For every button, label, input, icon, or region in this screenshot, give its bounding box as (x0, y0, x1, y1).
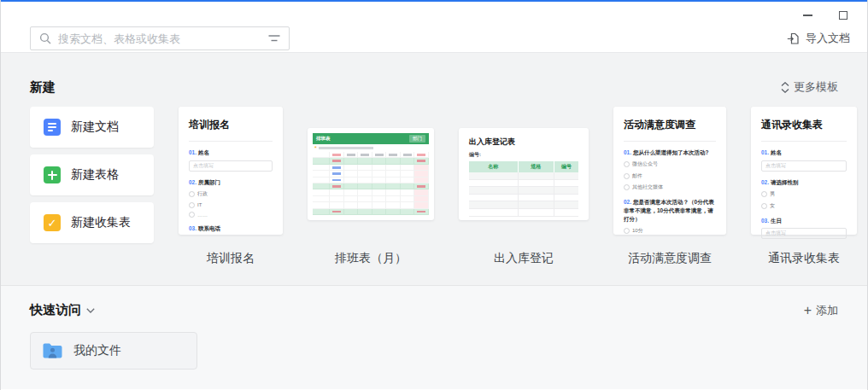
new-section-title: 新建 (30, 79, 56, 96)
maximize-button[interactable] (831, 7, 855, 24)
import-doc-button[interactable]: 导入文档 (787, 31, 850, 46)
preview-title: 通讯录收集表 (761, 118, 847, 132)
new-doc-label: 新建文档 (71, 119, 119, 135)
app-window: 导入文档 新建 更多模板 新建文档 (0, 0, 868, 390)
question-label: 01.您从什么渠道得知了本次活动? (624, 148, 716, 157)
my-files-label: 我的文件 (73, 343, 121, 358)
template-card-inventory-register[interactable]: 出入库登记表 编号: 名称 规格 编号 (459, 128, 589, 220)
template-caption: 排班表（月） (335, 251, 407, 266)
new-sheet-button[interactable]: 新建表格 (30, 154, 154, 195)
radio-option: 10分 (624, 227, 716, 235)
template-caption: 出入库登记 (494, 251, 554, 266)
field-label: 02.请选择性别 (761, 178, 847, 187)
quick-access-section: 快速访问 + 添加 我的文件 (1, 285, 867, 389)
new-form-button[interactable]: ✓ 新建收集表 (30, 202, 154, 243)
template-inventory-register: 出入库登记表 编号: 名称 规格 编号 出入库登记 (459, 107, 589, 266)
new-form-label: 新建收集表 (71, 215, 131, 230)
schedule-grid (313, 152, 429, 215)
new-section: 新建 更多模板 新建文档 新建表格 (1, 53, 867, 285)
minimize-icon (803, 15, 812, 16)
minimize-button[interactable] (795, 7, 819, 24)
template-monthly-schedule: 排班表 部门 * 排班表（月） (308, 107, 434, 266)
add-label: 添加 (816, 303, 838, 318)
preview-title: 出入库登记表 (469, 137, 578, 148)
radio-option: 男 (761, 190, 847, 198)
preview-title: 活动满意度调查 (624, 118, 716, 132)
form-check-icon: ✓ (44, 214, 61, 231)
quick-access-toggle[interactable]: 快速访问 (30, 302, 95, 318)
doc-icon (44, 119, 61, 136)
column-header: 编号 (554, 161, 578, 172)
radio-option: 微信公众号 (624, 160, 716, 168)
my-files-card[interactable]: 我的文件 (30, 332, 197, 370)
new-doc-button[interactable]: 新建文档 (30, 107, 154, 148)
sheet-dept-label: 部门 (409, 135, 425, 143)
templates-row: 新建文档 新建表格 ✓ 新建收集表 培训报名 01.姓名 点击填写 (30, 107, 838, 266)
more-templates-label: 更多模板 (794, 79, 838, 95)
search-icon (39, 32, 51, 44)
template-contact-collection: 通讯录收集表 01.姓名 点击填写 02.请选择性别 男 女 03.生日 点击填… (751, 107, 857, 266)
radio-option: 其他社交媒体 (624, 183, 716, 191)
radio-option: IT (189, 202, 273, 208)
column-header: 名称 (469, 161, 519, 172)
radio-option: 行政 (189, 190, 273, 198)
header-bar: 导入文档 (1, 2, 867, 53)
field-label: 01.姓名 (189, 148, 273, 157)
field-label: 01.姓名 (761, 148, 847, 157)
add-button[interactable]: + 添加 (804, 303, 838, 318)
mini-input: 点击填写 (189, 160, 273, 172)
table-row (469, 172, 578, 180)
sort-arrows-icon (781, 82, 789, 93)
template-caption: 活动满意度调查 (628, 251, 712, 266)
maximize-icon (839, 11, 847, 20)
template-caption: 培训报名 (207, 251, 255, 266)
radio-option: 邮件 (624, 172, 716, 180)
table-row (469, 180, 578, 188)
filter-icon[interactable] (268, 34, 280, 43)
radio-option: 女 (761, 202, 847, 210)
import-doc-label: 导入文档 (806, 31, 850, 46)
table-row (469, 209, 578, 217)
chevron-down-icon (86, 308, 95, 313)
create-buttons-column: 新建文档 新建表格 ✓ 新建收集表 (30, 107, 154, 243)
table-row (469, 195, 578, 202)
sheet-note: * (313, 144, 429, 152)
field-label: 03.生日 (761, 217, 847, 225)
column-header: 规格 (519, 161, 554, 172)
template-training-signup: 培训报名 01.姓名 点击填写 02.所属部门 行政 IT …… 03.联系电话… (179, 107, 283, 266)
new-section-header: 新建 更多模板 (30, 53, 838, 96)
sheet-title-bar: 排班表 部门 (313, 133, 429, 144)
template-caption: 通讯录收集表 (768, 251, 840, 266)
question-label: 02.您是否满意本次活动？（0分代表非常不满意，10分代表非常满意，请打分） (624, 198, 716, 223)
more-templates-button[interactable]: 更多模板 (781, 79, 838, 95)
quick-access-title: 快速访问 (30, 302, 81, 318)
template-card-training-signup[interactable]: 培训报名 01.姓名 点击填写 02.所属部门 行政 IT …… 03.联系电话 (179, 107, 283, 235)
template-card-satisfaction-survey[interactable]: 活动满意度调查 01.您从什么渠道得知了本次活动? 微信公众号 邮件 其他社交媒… (613, 107, 726, 235)
quick-access-header: 快速访问 + 添加 (30, 286, 838, 318)
field-label: 03.联系电话 (189, 224, 273, 233)
code-label: 编号: (469, 151, 578, 159)
import-icon (787, 32, 800, 45)
sheet-title: 排班表 (316, 136, 331, 142)
new-sheet-label: 新建表格 (71, 167, 119, 183)
template-card-monthly-schedule[interactable]: 排班表 部门 * (308, 128, 434, 220)
mini-input: 点击填写 (761, 160, 847, 172)
spreadsheet-plus-icon (44, 166, 61, 183)
field-label: 02.所属部门 (189, 178, 273, 187)
window-controls (795, 7, 855, 24)
template-satisfaction-survey: 活动满意度调查 01.您从什么渠道得知了本次活动? 微信公众号 邮件 其他社交媒… (613, 107, 726, 266)
mini-input: 点击填写 (761, 228, 847, 239)
folder-user-icon (42, 342, 63, 359)
preview-title: 培训报名 (189, 118, 273, 132)
radio-option: …… (189, 212, 273, 218)
plus-icon: + (804, 304, 812, 317)
table-row (469, 187, 578, 195)
table-header: 名称 规格 编号 (469, 161, 578, 172)
search-input[interactable] (58, 32, 261, 45)
template-card-contact-collection[interactable]: 通讯录收集表 01.姓名 点击填写 02.请选择性别 男 女 03.生日 点击填… (751, 107, 857, 235)
search-box[interactable] (30, 26, 290, 50)
table-row (469, 201, 578, 209)
